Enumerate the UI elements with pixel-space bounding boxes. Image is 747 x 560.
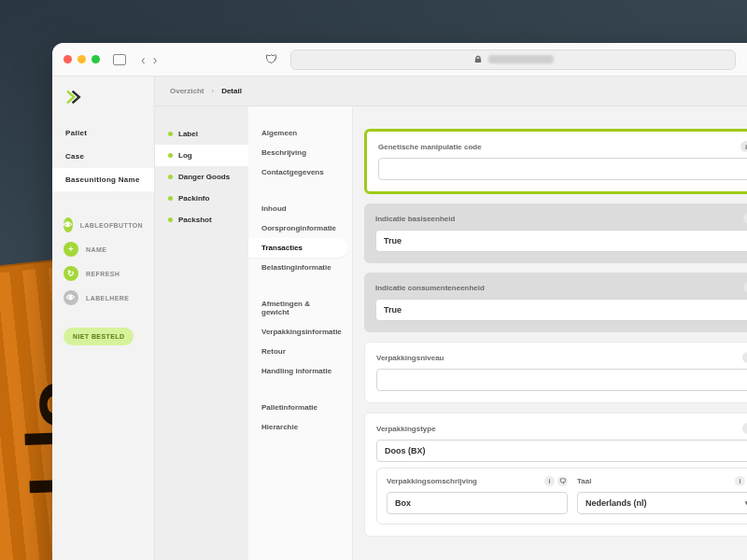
breadcrumb-current: Detail	[221, 87, 242, 95]
nav-verpakkingsinformatie[interactable]: Verpakkingsinformatie	[248, 322, 352, 342]
url-text	[488, 55, 554, 63]
status-labelofbutton[interactable]: 👁︎LABLEOFBUTTON	[63, 217, 143, 232]
nav-inhoud[interactable]: Inhoud	[248, 199, 352, 218]
select-value: Doos (BX)	[385, 446, 426, 455]
refresh-icon: ↻	[63, 266, 78, 281]
breadcrumb: Overzicht › Detail	[155, 77, 747, 106]
select-value: Nederlands (nl)	[585, 498, 647, 508]
card-gen-code: Genetische manipulatie code i🗨︎ ▾	[364, 129, 747, 194]
field-label: Verpakkingstype	[376, 425, 436, 433]
plus-icon: +	[63, 242, 78, 257]
category-baseunit[interactable]: Baseunitlong Name	[52, 168, 154, 191]
bullet-icon	[168, 217, 173, 222]
category-label: Baseunitlong Name	[65, 175, 140, 184]
status-labelhere[interactable]: 👁︎LABELHERE	[63, 290, 143, 305]
comment-icon[interactable]: 🗨︎	[557, 476, 568, 486]
info-icon[interactable]: i	[544, 476, 555, 486]
bullet-icon	[168, 132, 173, 136]
category-label: Case	[65, 152, 84, 161]
breadcrumb-root[interactable]: Overzicht	[170, 87, 204, 95]
nav-oorspronginformatie[interactable]: Oorspronginformatie	[248, 218, 352, 238]
ind-cons-select[interactable]: True ▾	[375, 299, 747, 321]
pack-desc-input[interactable]: Box	[387, 492, 568, 514]
info-icon[interactable]: i	[735, 476, 745, 486]
gen-code-select[interactable]: ▾	[378, 158, 747, 180]
form-main: Genetische manipulatie code i🗨︎ ▾ Indica…	[353, 106, 747, 560]
field-label: Indicatie basiseenheid	[375, 215, 455, 223]
category-pallet[interactable]: Pallet	[52, 121, 154, 145]
tab-packinfo[interactable]: Packinfo	[155, 188, 248, 209]
tab-log[interactable]: Log	[155, 145, 248, 166]
eye-icon: 👁︎	[63, 217, 73, 232]
info-icon[interactable]: i	[740, 141, 747, 152]
order-status-pill: NIET BESTELD	[63, 328, 134, 345]
lang-select[interactable]: Nederlands (nl) ▾	[577, 492, 747, 514]
category-label: Pallet	[65, 129, 87, 137]
nav-afmetingen-gewicht[interactable]: Afmetingen & gewicht	[248, 294, 352, 322]
bullet-icon	[168, 153, 173, 158]
window-zoom-button[interactable]	[92, 55, 100, 63]
card-pack-type: Verpakkingstype i🗨︎ Doos (BX) ▾ V	[364, 413, 747, 537]
card-pack-level: Verpakkingsniveau i🗨︎ ▾	[364, 342, 747, 403]
nav-algemeen[interactable]: Algemeen	[248, 123, 352, 143]
nav-belastinginformatie[interactable]: Belastinginformatie	[248, 258, 352, 277]
tab-label[interactable]: Label	[155, 123, 248, 145]
status-name[interactable]: +NAME	[63, 242, 143, 257]
category-sidebar: Pallet Case Baseunitlong Name 👁︎LABLEOFB…	[52, 77, 155, 560]
field-label: Genetische manipulatie code	[378, 143, 482, 151]
sub-desc-lang: Verpakkingsomschrijving i🗨︎ Box	[376, 468, 747, 525]
info-icon[interactable]: i	[743, 282, 747, 293]
field-label: Indicatie consumenteneenheid	[375, 284, 485, 292]
info-icon[interactable]: i	[743, 213, 747, 224]
lock-icon: 🔒︎	[473, 54, 483, 64]
pack-level-select[interactable]: ▾	[376, 369, 747, 391]
bullet-icon	[168, 175, 173, 179]
bullet-icon	[168, 196, 173, 201]
tab-packshot[interactable]: Packshot	[155, 209, 248, 231]
nav-palletinformatie[interactable]: Palletinformatie	[248, 398, 352, 417]
select-value: True	[384, 236, 402, 245]
browser-back-button[interactable]: ‹	[141, 52, 146, 67]
sidebar-toggle-icon[interactable]	[113, 54, 126, 65]
input-value: Box	[395, 498, 411, 508]
tab-sidebar: Label Log Danger Goods Packinfo Packshot	[155, 106, 248, 560]
ind-base-select[interactable]: True ▾	[375, 230, 747, 252]
tab-danger-goods[interactable]: Danger Goods	[155, 166, 248, 188]
browser-titlebar: ‹ › 🛡︎ 🔒︎ ↻	[52, 43, 747, 77]
info-icon[interactable]: i	[742, 423, 747, 434]
window-minimize-button[interactable]	[78, 55, 86, 63]
chevron-right-icon: ›	[211, 87, 214, 95]
eye-icon: 👁︎	[63, 290, 78, 305]
app-logo	[52, 80, 154, 121]
window-close-button[interactable]	[63, 55, 72, 63]
section-nav: Algemeen Beschrijving Contactgegevens In…	[248, 106, 353, 560]
card-ind-base: Indicatie basiseenheid i🗨︎ True ▾	[364, 203, 747, 263]
browser-forward-button[interactable]: ›	[153, 52, 158, 67]
nav-contactgegevens[interactable]: Contactgegevens	[248, 162, 352, 182]
field-label: Verpakkingsomschrijving	[387, 477, 477, 485]
field-label: Taal	[577, 477, 591, 485]
browser-url-bar[interactable]: 🔒︎	[290, 49, 736, 70]
info-icon[interactable]: i	[742, 352, 747, 363]
status-refresh[interactable]: ↻REFRESH	[63, 266, 143, 281]
nav-transacties[interactable]: Transacties	[248, 238, 348, 258]
card-ind-cons: Indicatie consumenteneenheid i🗨︎ True ▾	[364, 273, 747, 332]
nav-beschrijving[interactable]: Beschrijving	[248, 143, 352, 162]
category-case[interactable]: Case	[52, 145, 154, 168]
nav-retour[interactable]: Retour	[248, 342, 352, 361]
field-label: Verpakkingsniveau	[376, 354, 444, 362]
select-value: True	[384, 305, 402, 315]
privacy-shield-icon[interactable]: 🛡︎	[265, 52, 277, 66]
nav-handling-informatie[interactable]: Handling informatie	[248, 361, 352, 381]
pack-type-select[interactable]: Doos (BX) ▾	[376, 440, 747, 462]
nav-hierarchie[interactable]: Hierarchie	[248, 417, 352, 437]
